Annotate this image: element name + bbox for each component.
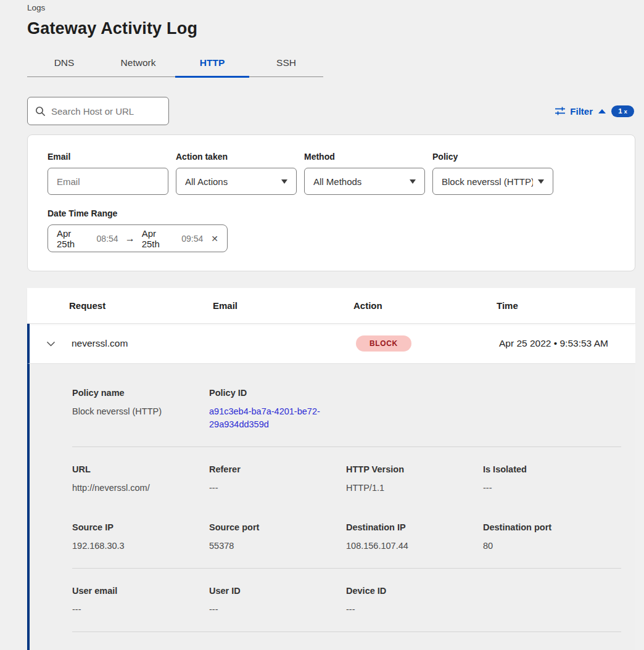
method-label: Method	[304, 152, 425, 162]
search-icon	[35, 106, 46, 117]
range-end-date: Apr 25th	[142, 228, 176, 249]
action-taken-field: Action taken All Actions	[176, 152, 297, 195]
tab-bar: DNS Network HTTP SSH	[27, 52, 323, 77]
filter-icon	[555, 106, 566, 116]
email-input[interactable]	[57, 176, 159, 187]
http-version-value: HTTP/1.1	[346, 482, 483, 495]
section-divider	[72, 631, 621, 632]
is-isolated-label: Is Isolated	[483, 464, 621, 474]
breadcrumb: Logs	[27, 2, 635, 14]
url-value: http://neverssl.com/	[72, 482, 209, 495]
source-ip-value: 192.168.30.3	[72, 540, 209, 553]
column-header-email: Email	[213, 300, 353, 311]
network-section: Source IP 192.168.30.3 Source port 55378…	[72, 522, 621, 553]
request-cell: neverssl.com	[72, 338, 215, 349]
referer-value: ---	[209, 482, 346, 495]
tab-dns[interactable]: DNS	[27, 52, 101, 76]
search-input[interactable]	[51, 106, 161, 117]
policy-name-field: Policy name Block neverssl (HTTP)	[72, 388, 209, 431]
chevron-down-icon	[538, 179, 544, 184]
table-row[interactable]: neverssl.com BLOCK Apr 25 2022 • 9:53:53…	[27, 324, 635, 363]
tab-http[interactable]: HTTP	[175, 52, 249, 76]
row-details-panel: Policy name Block neverssl (HTTP) Policy…	[27, 363, 635, 650]
referer-label: Referer	[209, 464, 346, 474]
destination-port-field: Destination port 80	[483, 522, 621, 553]
date-time-range-field: Date Time Range Apr 25th 08:54 → Apr 25t…	[47, 208, 615, 252]
policy-id-label: Policy ID	[209, 388, 346, 398]
url-label: URL	[72, 464, 209, 474]
activity-log-table: Request Email Action Time neverssl.com B…	[27, 288, 635, 650]
user-section: User email --- User ID --- Device ID ---	[72, 586, 621, 616]
gateway-activity-log-page: Logs Gateway Activity Log DNS Network HT…	[0, 0, 644, 650]
block-status-badge: BLOCK	[356, 335, 411, 352]
email-filter-field: Email	[47, 152, 168, 195]
destination-ip-value: 108.156.107.44	[346, 540, 483, 553]
section-divider	[72, 568, 621, 569]
method-select[interactable]: All Methods	[304, 168, 425, 195]
url-field: URL http://neverssl.com/	[72, 464, 209, 495]
user-email-field: User email ---	[72, 586, 209, 616]
policy-section: Policy name Block neverssl (HTTP) Policy…	[72, 388, 621, 431]
time-cell: Apr 25 2022 • 9:53:53 AM	[499, 338, 635, 349]
policy-value: Block neverssl (HTTP)	[442, 176, 533, 187]
policy-label: Policy	[432, 152, 553, 162]
policy-name-label: Policy name	[72, 388, 209, 398]
referer-field: Referer ---	[209, 464, 346, 495]
row-expand-toggle[interactable]	[30, 341, 72, 347]
user-id-value: ---	[209, 603, 346, 616]
filter-button-label: Filter	[570, 106, 593, 117]
device-id-label: Device ID	[346, 586, 483, 596]
user-email-label: User email	[72, 586, 209, 596]
toolbar: Filter 1 x	[27, 97, 635, 125]
policy-field: Policy Block neverssl (HTTP)	[432, 152, 553, 195]
chevron-down-icon	[46, 341, 56, 347]
http-version-label: HTTP Version	[346, 464, 483, 474]
device-id-value: ---	[346, 603, 483, 616]
source-ip-field: Source IP 192.168.30.3	[72, 522, 209, 553]
filter-panel: Email Action taken All Actions Method Al…	[27, 134, 635, 271]
filter-count-value: 1	[618, 107, 622, 115]
filter-fields-row: Email Action taken All Actions Method Al…	[47, 152, 615, 195]
clear-date-range-icon[interactable]: ✕	[211, 234, 218, 244]
chevron-down-icon	[410, 179, 416, 184]
email-input-wrap	[47, 168, 168, 195]
destination-ip-label: Destination IP	[346, 522, 483, 532]
clear-filters-icon[interactable]: x	[624, 108, 627, 115]
action-cell: BLOCK	[356, 335, 499, 352]
is-isolated-field: Is Isolated ---	[483, 464, 621, 495]
section-divider	[72, 446, 621, 447]
collapse-caret-icon	[598, 109, 606, 113]
policy-id-link[interactable]: a91c3eb4-ba7a-4201-be72-29a934dd359d	[209, 405, 326, 431]
column-header-request: Request	[69, 300, 213, 311]
date-time-range-label: Date Time Range	[47, 208, 615, 218]
source-port-label: Source port	[209, 522, 346, 532]
section-gap	[72, 495, 621, 522]
range-arrow-icon: →	[124, 233, 136, 244]
tab-ssh[interactable]: SSH	[249, 52, 323, 76]
source-port-value: 55378	[209, 540, 346, 553]
policy-id-field: Policy ID a91c3eb4-ba7a-4201-be72-29a934…	[209, 388, 346, 431]
user-id-field: User ID ---	[209, 586, 346, 616]
request-section: URL http://neverssl.com/ Referer --- HTT…	[72, 464, 621, 495]
user-email-value: ---	[72, 603, 209, 616]
destination-port-label: Destination port	[483, 522, 621, 532]
active-filter-count-badge[interactable]: 1 x	[611, 105, 634, 117]
filter-group: Filter 1 x	[555, 105, 634, 117]
search-box[interactable]	[27, 97, 169, 125]
tab-network[interactable]: Network	[101, 52, 175, 76]
chevron-down-icon	[281, 179, 287, 184]
date-time-range-picker[interactable]: Apr 25th 08:54 → Apr 25th 09:54 ✕	[47, 224, 228, 252]
source-ip-label: Source IP	[72, 522, 209, 532]
table-header-row: Request Email Action Time	[27, 288, 635, 324]
action-taken-select[interactable]: All Actions	[176, 168, 297, 195]
source-port-field: Source port 55378	[209, 522, 346, 553]
range-end-time: 09:54	[181, 234, 203, 244]
policy-name-value: Block neverssl (HTTP)	[72, 405, 209, 418]
filter-button[interactable]: Filter	[555, 106, 606, 117]
policy-select[interactable]: Block neverssl (HTTP)	[432, 168, 553, 195]
destination-ip-field: Destination IP 108.156.107.44	[346, 522, 483, 553]
is-isolated-value: ---	[483, 482, 621, 495]
http-version-field: HTTP Version HTTP/1.1	[346, 464, 483, 495]
column-header-action: Action	[353, 300, 497, 311]
destination-port-value: 80	[483, 540, 621, 553]
